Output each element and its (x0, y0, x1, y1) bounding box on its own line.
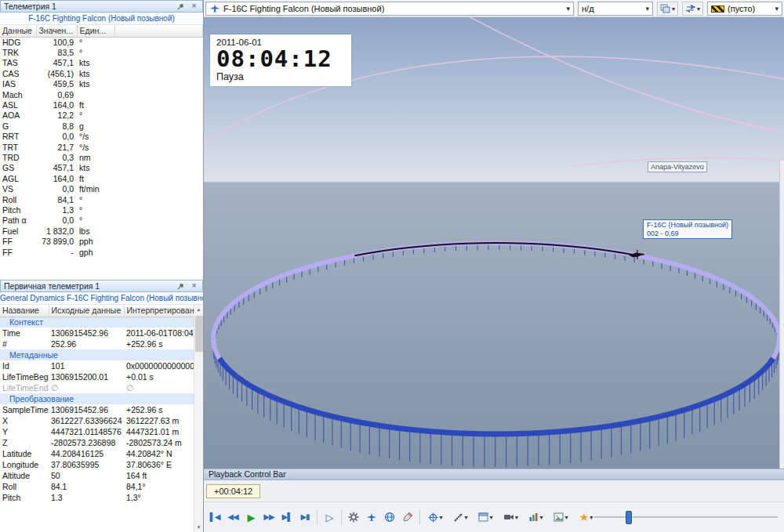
pin-icon[interactable] (176, 281, 186, 291)
skip-to-start-button[interactable]: ▌◀ (206, 508, 223, 527)
raw-panel-scrollbar[interactable]: ▲ ▼ (194, 305, 203, 532)
telemetry-panel-titlebar[interactable]: Телеметрия 1 × (0, 0, 203, 13)
telemetry-row[interactable]: AGL164,0ft (0, 173, 203, 183)
section-row[interactable]: Контекст (0, 317, 203, 328)
cell-filler (114, 142, 203, 152)
raw-row[interactable]: LifeTimeEnd∅∅ (0, 382, 203, 393)
eraser-button[interactable] (399, 508, 416, 527)
telemetry-row[interactable]: TRD0,3nm (0, 152, 203, 162)
aircraft-tag[interactable]: F-16C (Новый позывной) 002 - 0,69 (643, 219, 732, 239)
fast-rewind-button[interactable]: ◀◀ (224, 508, 241, 527)
close-icon[interactable]: × (189, 2, 199, 11)
telemetry-row[interactable]: Path α0,0° (0, 215, 203, 226)
event-filter-combo[interactable]: (пусто) ▾ (707, 2, 782, 16)
cell-value: 1 832,0 (36, 226, 77, 236)
window-icon (478, 512, 488, 522)
secondary-object-combo[interactable]: н/д ▾ (578, 2, 653, 16)
tracking-tool-button[interactable]: ▾ (423, 508, 448, 527)
telemetry-row[interactable]: ASL164,0ft (0, 100, 203, 110)
cell-value: 83,5 (36, 47, 77, 57)
raw-row[interactable]: Longitude37.8063599537.80636° E (0, 459, 203, 470)
timeline-slider[interactable] (594, 502, 778, 532)
raw-row[interactable]: Altitude50164 ft (0, 470, 203, 481)
column-header-name[interactable]: Название (0, 305, 49, 317)
telemetry-row[interactable]: TRT21,7°/s (0, 142, 203, 152)
telemetry-row[interactable]: Fuel1 832,0lbs (0, 226, 203, 236)
camera-tool-button[interactable]: ▾ (499, 508, 523, 527)
3d-viewport[interactable]: 2011-06-01 08:04:12 Пауза Anapa-Vityazev… (204, 17, 784, 469)
layout-tool-button[interactable]: ▾ (474, 508, 498, 527)
column-header-interpreted[interactable]: Интерпретированное (124, 305, 203, 317)
telemetry-row[interactable]: Mach0,69 (0, 89, 203, 100)
cell-filler (114, 204, 203, 215)
telemetry-row[interactable]: G8,8g (0, 121, 203, 131)
telemetry-row[interactable]: RRT0,0°/s (0, 132, 203, 142)
charts-tool-button[interactable]: ▾ (524, 508, 548, 527)
telemetry-row[interactable]: IAS459,5kts (0, 79, 203, 89)
raw-row[interactable]: Y4447321.011485764447321.01 m (0, 426, 203, 437)
telemetry-row[interactable]: AOA12,2° (0, 110, 203, 121)
telemetry-header-row[interactable]: Данные Значен... Един... (0, 25, 203, 37)
telemetry-row[interactable]: GS457,1kts (0, 163, 203, 173)
telemetry-row[interactable]: CAS(456,1)kts (0, 68, 203, 78)
raw-row[interactable]: SampleTime1306915452.96+252.96 s (0, 404, 203, 415)
timeline-thumb[interactable] (626, 511, 632, 524)
scroll-up-icon[interactable]: ▲ (194, 305, 204, 314)
raw-row[interactable]: X3612227.633966243612227.63 m (0, 415, 203, 426)
fast-forward-button[interactable]: ▶▶ (260, 508, 278, 527)
telemetry-row[interactable]: TAS457,1kts (0, 58, 203, 68)
cell-unit: ° (77, 47, 114, 57)
chevron-down-icon: ▾ (772, 5, 779, 13)
raw-header-row[interactable]: Название Исходные данные Интерпретирован… (0, 305, 203, 317)
playback-time-field[interactable]: +00:04:12 (206, 484, 260, 498)
telemetry-row[interactable]: FF-gph (0, 247, 203, 257)
export-tool-button[interactable]: ▾ (549, 508, 573, 527)
raw-row[interactable]: Id1010x0000000000000101 (0, 360, 203, 371)
cell-value: 457,1 (36, 163, 77, 173)
scroll-down-icon[interactable]: ▼ (194, 523, 204, 532)
column-header-unit[interactable]: Един... (77, 25, 114, 37)
settings-button[interactable] (345, 508, 362, 527)
raw-row[interactable]: Latitude44.20841612544.20842° N (0, 448, 203, 459)
swap-view-button[interactable]: ▾ (682, 2, 703, 16)
skip-to-end-button[interactable]: ▶▌ (278, 508, 296, 527)
window-layout-button[interactable]: ▾ (657, 2, 678, 16)
section-row[interactable]: Преобразование (0, 393, 203, 404)
globe-view-button[interactable] (381, 508, 398, 527)
scrollbar-track[interactable] (194, 314, 204, 523)
scrollbar-thumb[interactable] (195, 316, 203, 352)
measure-tool-button[interactable]: ▾ (448, 508, 473, 527)
play-button[interactable]: ▶ (242, 508, 260, 527)
raw-row[interactable]: Time1306915452.962011-06-01T08:04:12.9 (0, 328, 203, 338)
raw-row[interactable]: #252.96+252.96 s (0, 338, 203, 349)
cell-name: TRT (0, 142, 36, 152)
telemetry-row[interactable]: Roll84,1° (0, 194, 203, 204)
section-label: Метаданные (0, 349, 203, 360)
section-row[interactable]: Метаданные (0, 349, 203, 360)
telemetry-row[interactable]: HDG100,9° (0, 37, 203, 47)
telemetry-row[interactable]: FF73 899,0pph (0, 236, 203, 246)
chevron-down-icon: ▾ (643, 5, 649, 13)
pin-icon-glyph (177, 283, 184, 290)
aircraft-selector-combo[interactable]: F-16C Fighting Falcon (Новый позывной) ▾ (205, 2, 574, 16)
column-header-raw[interactable]: Исходные данные (49, 305, 124, 317)
raw-row[interactable]: Z-2802573.236898-2802573.24 m (0, 437, 203, 448)
loop-button[interactable]: ▶▮ (296, 508, 314, 527)
raw-row[interactable]: LifeTimeBegin1306915200.01+0.01 s (0, 371, 203, 382)
playback-bar-title[interactable]: Playback Control Bar (204, 469, 784, 480)
aircraft-view-button[interactable] (363, 508, 380, 527)
raw-row[interactable]: Pitch1.31,3° (0, 492, 203, 503)
pin-icon[interactable] (176, 2, 186, 11)
cell-value: 1,3 (36, 204, 77, 215)
telemetry-row[interactable]: TRK83,5° (0, 47, 203, 57)
raw-row[interactable]: Roll84.184,1° (0, 481, 203, 492)
telemetry-row[interactable]: Pitch1,3° (0, 204, 203, 215)
column-header-data[interactable]: Данные (0, 25, 36, 37)
telemetry-row[interactable]: VS0,0ft/min (0, 183, 203, 194)
column-header-value[interactable]: Значен... (36, 25, 77, 37)
close-icon[interactable]: × (189, 281, 199, 291)
raw-panel-titlebar[interactable]: Первичная телеметрия 1 × (0, 280, 203, 292)
step-forward-button[interactable]: ▷ (321, 508, 338, 527)
timeline-track[interactable] (594, 516, 778, 519)
cell-raw: ∅ (49, 382, 124, 393)
